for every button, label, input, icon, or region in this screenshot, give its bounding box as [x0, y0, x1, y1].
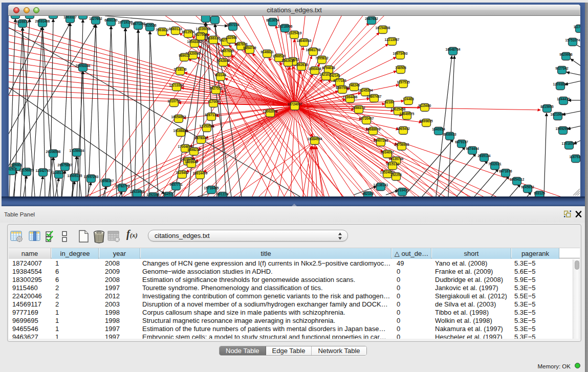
svg-text:9474444: 9474444 — [466, 147, 479, 150]
svg-text:7857224: 7857224 — [226, 23, 239, 27]
svg-text:252254: 252254 — [390, 173, 402, 177]
svg-text:9529986: 9529986 — [559, 53, 573, 56]
svg-text:9146821: 9146821 — [260, 50, 274, 54]
svg-text:2867608: 2867608 — [234, 42, 248, 46]
svg-text:2487682: 2487682 — [365, 17, 378, 20]
svg-text:1145131: 1145131 — [53, 171, 66, 174]
svg-text:10807487: 10807487 — [367, 95, 382, 98]
svg-text:8457685: 8457685 — [221, 49, 234, 53]
svg-text:417006: 417006 — [208, 100, 219, 103]
svg-text:1640954: 1640954 — [432, 127, 445, 131]
svg-text:803144: 803144 — [215, 73, 226, 77]
svg-text:2086372: 2086372 — [352, 106, 365, 110]
svg-text:1965492: 1965492 — [397, 127, 410, 130]
svg-text:9777169: 9777169 — [333, 79, 346, 82]
svg-text:391512: 391512 — [9, 167, 17, 171]
svg-text:1117334: 1117334 — [574, 25, 580, 29]
svg-text:1292345: 1292345 — [146, 193, 160, 196]
svg-text:13505135: 13505135 — [68, 174, 82, 178]
svg-text:9227342: 9227342 — [555, 67, 569, 70]
svg-text:10025458: 10025458 — [391, 107, 406, 111]
svg-text:10688609: 10688609 — [366, 127, 381, 131]
svg-text:18640910: 18640910 — [297, 39, 312, 42]
svg-text:6466160: 6466160 — [104, 18, 118, 22]
svg-text:8427552: 8427552 — [209, 86, 223, 90]
svg-text:15751074: 15751074 — [565, 38, 580, 42]
svg-text:9242848: 9242848 — [216, 59, 230, 62]
svg-text:8215955: 8215955 — [540, 105, 554, 108]
svg-text:10654952: 10654952 — [171, 115, 186, 119]
svg-text:18245354: 18245354 — [358, 89, 373, 92]
svg-text:12342797: 12342797 — [36, 169, 51, 172]
svg-text:18724007: 18724007 — [288, 102, 302, 106]
svg-text:142141: 142141 — [329, 74, 340, 77]
svg-text:8267130: 8267130 — [205, 113, 218, 117]
svg-text:8878342: 8878342 — [194, 136, 208, 140]
svg-text:16154808: 16154808 — [376, 26, 390, 30]
svg-text:16961758: 16961758 — [306, 48, 321, 52]
svg-text:20756928: 20756928 — [395, 143, 409, 146]
svg-text:20206556: 20206556 — [46, 150, 61, 154]
svg-text:16648784: 16648784 — [446, 48, 461, 51]
svg-text:13649575: 13649575 — [400, 112, 415, 116]
svg-text:7515526: 7515526 — [143, 24, 157, 27]
svg-text:1588520: 1588520 — [272, 54, 286, 58]
svg-text:6479197: 6479197 — [455, 140, 468, 144]
svg-text:20053346: 20053346 — [76, 64, 91, 68]
svg-text:8454749: 8454749 — [243, 46, 256, 50]
svg-text:7963822: 7963822 — [156, 28, 169, 32]
svg-text:1244415: 1244415 — [557, 97, 570, 101]
svg-text:9657771: 9657771 — [169, 183, 183, 186]
svg-text:7632021: 7632021 — [488, 162, 502, 166]
svg-text:20975887: 20975887 — [58, 163, 73, 167]
svg-text:933125: 933125 — [534, 191, 545, 195]
svg-text:662103: 662103 — [362, 192, 374, 195]
svg-text:15716485: 15716485 — [204, 186, 219, 190]
svg-text:1063327: 1063327 — [63, 16, 77, 19]
svg-text:19218906: 19218906 — [278, 25, 293, 28]
svg-text:12213363: 12213363 — [169, 83, 184, 87]
svg-text:12156829: 12156829 — [19, 168, 34, 172]
svg-text:12213967: 12213967 — [385, 38, 400, 41]
svg-text:16914479: 16914479 — [193, 171, 208, 175]
svg-text:6794028: 6794028 — [322, 66, 335, 70]
svg-text:185061: 185061 — [11, 163, 22, 167]
svg-text:2935114: 2935114 — [478, 154, 491, 158]
svg-text:1010755: 1010755 — [167, 99, 181, 103]
svg-text:984511: 984511 — [163, 192, 174, 196]
svg-text:989013: 989013 — [179, 54, 190, 57]
svg-text:10720407: 10720407 — [359, 117, 374, 120]
svg-text:6497568: 6497568 — [336, 86, 349, 90]
svg-text:10973493: 10973493 — [393, 52, 408, 55]
svg-text:19384554: 19384554 — [308, 137, 322, 141]
svg-text:10782759: 10782759 — [115, 184, 130, 188]
svg-text:748506: 748506 — [395, 66, 406, 70]
svg-text:746246: 746246 — [349, 83, 360, 87]
svg-text:1167531: 1167531 — [570, 155, 580, 159]
svg-text:10120746: 10120746 — [389, 157, 404, 161]
svg-text:3498212: 3498212 — [187, 148, 201, 151]
svg-text:9327509: 9327509 — [194, 33, 207, 36]
svg-text:8938923: 8938923 — [443, 133, 456, 136]
svg-text:8186328: 8186328 — [207, 36, 220, 40]
svg-text:1409948: 1409948 — [185, 160, 198, 164]
svg-text:12353594: 12353594 — [200, 124, 214, 128]
svg-text:17159924: 17159924 — [70, 149, 84, 152]
svg-text:8699695: 8699695 — [420, 119, 433, 123]
svg-text:12093832: 12093832 — [553, 82, 568, 86]
svg-text:10654112: 10654112 — [510, 178, 525, 181]
svg-text:10543382: 10543382 — [187, 40, 202, 43]
svg-text:801224: 801224 — [217, 192, 228, 196]
svg-text:1297515: 1297515 — [397, 80, 410, 84]
svg-text:13002073: 13002073 — [263, 110, 278, 113]
svg-text:11325419: 11325419 — [287, 31, 302, 35]
svg-text:21364436: 21364436 — [343, 95, 358, 99]
svg-text:1733426: 1733426 — [396, 188, 409, 192]
svg-text:20091406: 20091406 — [35, 19, 50, 23]
svg-text:124463: 124463 — [403, 97, 414, 101]
svg-text:13226058: 13226058 — [196, 27, 211, 31]
svg-text:1327602: 1327602 — [89, 17, 102, 20]
svg-text:17957253: 17957253 — [84, 175, 99, 179]
svg-text:17016534: 17016534 — [562, 142, 577, 145]
svg-text:18407249: 18407249 — [374, 139, 388, 142]
